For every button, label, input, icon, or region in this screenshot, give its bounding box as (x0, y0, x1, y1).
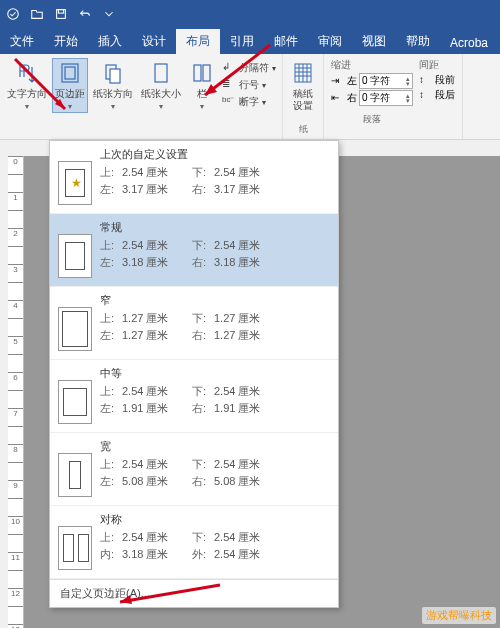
undo-icon[interactable] (78, 7, 92, 21)
chevron-down-icon: ▾ (25, 102, 29, 111)
quick-access-toolbar (0, 0, 500, 28)
margin-thumb-icon (58, 380, 92, 424)
save-icon[interactable] (54, 7, 68, 21)
size-icon (148, 60, 174, 86)
svg-rect-6 (110, 69, 120, 83)
margin-thumb-icon: ★ (58, 161, 92, 205)
chevron-down-icon: ▾ (111, 102, 115, 111)
ribbon: 文字方向 ▾ 页边距 ▾ 纸张方向 ▾ 纸张大小 ▾ 栏 ▾ (0, 54, 500, 140)
line-numbers-button[interactable]: ≣行号▾ (220, 77, 278, 93)
indent-left-input[interactable]: 0 字符▴▾ (359, 73, 413, 89)
columns-icon (189, 60, 215, 86)
svg-rect-7 (155, 64, 167, 82)
tab-view[interactable]: 视图 (352, 29, 396, 54)
margins-option-moderate[interactable]: 中等 上:2.54 厘米 下:2.54 厘米 左:1.91 厘米 右:1.91 … (50, 360, 338, 433)
qat-dropdown-icon[interactable] (102, 7, 116, 21)
svg-rect-8 (194, 65, 201, 81)
margin-thumb-icon (58, 453, 92, 497)
indent-header: 缩进 (331, 58, 413, 72)
margins-option-narrow[interactable]: 窄 上:1.27 厘米 下:1.27 厘米 左:1.27 厘米 右:1.27 厘… (50, 287, 338, 360)
margin-thumb-icon (58, 234, 92, 278)
breaks-button[interactable]: ↲分隔符▾ (220, 60, 278, 76)
group-label-manuscript: 纸 (299, 123, 308, 137)
open-icon[interactable] (30, 7, 44, 21)
svg-point-0 (8, 9, 19, 20)
margins-option-normal[interactable]: 常规 上:2.54 厘米 下:2.54 厘米 左:3.18 厘米 右:3.18 … (50, 214, 338, 287)
custom-margins-button[interactable]: 自定义页边距(A)... (50, 579, 338, 607)
group-page-setup: 文字方向 ▾ 页边距 ▾ 纸张方向 ▾ 纸张大小 ▾ 栏 ▾ (0, 54, 283, 139)
spacing-after-icon: ↕ (419, 89, 433, 101)
group-manuscript: 稿纸 设置 纸 (283, 54, 324, 139)
line-numbers-icon: ≣ (222, 78, 236, 92)
tab-layout[interactable]: 布局 (176, 29, 220, 54)
chevron-down-icon: ▾ (68, 102, 72, 111)
hyphenation-button[interactable]: bc⁻断字▾ (220, 94, 278, 110)
indent-right-icon: ⇤ (331, 92, 345, 104)
manuscript-icon (290, 60, 316, 86)
svg-rect-2 (58, 10, 63, 14)
svg-rect-9 (203, 65, 210, 81)
margins-button[interactable]: 页边距 ▾ (52, 58, 88, 113)
margin-thumb-icon (58, 307, 92, 351)
tab-file[interactable]: 文件 (0, 29, 44, 54)
watermark: 游戏帮曝科技 (422, 607, 496, 624)
chevron-down-icon: ▾ (159, 102, 163, 111)
margins-option-last-custom[interactable]: ★ 上次的自定义设置 上:2.54 厘米 下:2.54 厘米 左:3.17 厘米… (50, 141, 338, 214)
spacing-before-icon: ↕ (419, 74, 433, 86)
tab-design[interactable]: 设计 (132, 29, 176, 54)
tab-insert[interactable]: 插入 (88, 29, 132, 54)
orientation-button[interactable]: 纸张方向 ▾ (90, 58, 136, 113)
manuscript-button[interactable]: 稿纸 设置 (287, 58, 319, 114)
tab-acrobat[interactable]: Acroba (440, 32, 498, 54)
hyphenation-icon: bc⁻ (222, 95, 236, 109)
text-direction-button[interactable]: 文字方向 ▾ (4, 58, 50, 113)
text-direction-icon (14, 60, 40, 86)
breaks-icon: ↲ (222, 61, 236, 75)
svg-rect-4 (65, 67, 75, 79)
indent-right-input[interactable]: 0 字符▴▾ (359, 90, 413, 106)
margins-icon (57, 60, 83, 86)
group-label-paragraph: 段落 (331, 113, 413, 127)
tab-review[interactable]: 审阅 (308, 29, 352, 54)
size-button[interactable]: 纸张大小 ▾ (138, 58, 184, 113)
spacing-header: 间距 (419, 58, 455, 72)
vertical-ruler: 012345678910111213 (8, 156, 24, 628)
margin-thumb-icon (58, 526, 92, 570)
tab-mail[interactable]: 邮件 (264, 29, 308, 54)
tab-home[interactable]: 开始 (44, 29, 88, 54)
margins-option-mirrored[interactable]: 对称 上:2.54 厘米 下:2.54 厘米 内:3.18 厘米 外:2.54 … (50, 506, 338, 579)
orientation-icon (100, 60, 126, 86)
columns-button[interactable]: 栏 ▾ (186, 58, 218, 113)
indent-left-icon: ⇥ (331, 75, 345, 87)
ribbon-tabs: 文件 开始 插入 设计 布局 引用 邮件 审阅 视图 帮助 Acroba (0, 28, 500, 54)
tab-help[interactable]: 帮助 (396, 29, 440, 54)
tab-references[interactable]: 引用 (220, 29, 264, 54)
autosave-icon[interactable] (6, 7, 20, 21)
margins-option-wide[interactable]: 宽 上:2.54 厘米 下:2.54 厘米 左:5.08 厘米 右:5.08 厘… (50, 433, 338, 506)
group-paragraph: 缩进 ⇥ 左 0 字符▴▾ ⇤ 右 0 字符▴▾ 段落 间距 ↕ 段前 ↕ 段后 (324, 54, 463, 139)
chevron-down-icon: ▾ (200, 102, 204, 111)
margins-dropdown: ★ 上次的自定义设置 上:2.54 厘米 下:2.54 厘米 左:3.17 厘米… (49, 140, 339, 608)
